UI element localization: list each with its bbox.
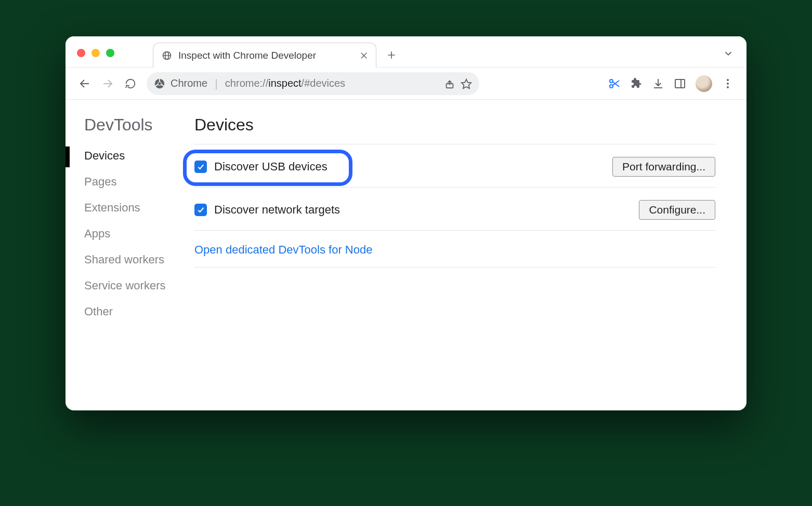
usb-checkbox-row: Discover USB devices [194,160,328,174]
port-forwarding-button[interactable]: Port forwarding... [612,157,715,177]
sidebar-nav: Devices Pages Extensions Apps Shared wor… [84,149,194,318]
configure-button[interactable]: Configure... [639,200,715,220]
minimize-window-button[interactable] [91,49,100,57]
omnibox-chip: Chrome [171,77,207,89]
sidebar-item-extensions[interactable]: Extensions [84,201,194,215]
new-tab-button[interactable] [384,47,399,63]
downloads-icon[interactable] [652,77,664,90]
node-link-section: Open dedicated DevTools for Node [194,230,715,268]
usb-checkbox-label: Discover USB devices [214,160,328,174]
close-window-button[interactable] [77,49,85,57]
tab-overflow-button[interactable] [723,48,734,59]
network-section: Discover network targets Configure... [194,187,715,230]
scissors-icon[interactable] [608,77,621,90]
open-node-devtools-link[interactable]: Open dedicated DevTools for Node [194,243,372,257]
sidebar: DevTools Devices Pages Extensions Apps S… [70,100,194,410]
sidebar-item-other[interactable]: Other [84,305,194,318]
browser-window: Inspect with Chrome Developer Chrome [66,36,746,410]
profile-avatar[interactable] [696,75,712,92]
tab-title: Inspect with Chrome Developer [178,50,353,61]
svg-marker-14 [462,79,471,88]
sidebar-title: DevTools [84,115,194,135]
omnibox-url: chrome://inspect/#devices [225,77,345,89]
usb-checkbox[interactable] [194,161,207,173]
maximize-window-button[interactable] [106,49,114,57]
network-checkbox-row: Discover network targets [194,203,340,217]
omnibox-separator: | [213,77,220,90]
share-icon[interactable] [444,78,455,89]
menu-button[interactable] [722,79,734,88]
back-button[interactable] [75,74,95,94]
url-host: inspect [268,77,301,89]
main-panel: Devices Discover USB devices Port forwar… [194,100,746,410]
side-panel-icon[interactable] [674,77,686,90]
sidebar-item-devices[interactable]: Devices [84,149,194,163]
page-heading: Devices [194,115,715,135]
sidebar-item-apps[interactable]: Apps [84,227,194,241]
reload-button[interactable] [121,74,140,94]
url-scheme: chrome:// [225,77,268,89]
toolbar: Chrome | chrome://inspect/#devices [66,68,746,100]
traffic-lights [77,49,114,57]
bookmark-icon[interactable] [461,78,472,89]
forward-button[interactable] [98,74,117,94]
globe-icon [162,50,172,61]
page-content: DevTools Devices Pages Extensions Apps S… [66,100,746,410]
svg-point-11 [158,82,161,85]
toolbar-right [608,75,737,92]
sidebar-item-service-workers[interactable]: Service workers [84,279,194,292]
address-bar[interactable]: Chrome | chrome://inspect/#devices [147,72,479,95]
chrome-icon [154,78,165,89]
active-indicator [66,147,70,167]
sidebar-item-shared-workers[interactable]: Shared workers [84,253,194,267]
browser-tab[interactable]: Inspect with Chrome Developer [153,43,376,68]
network-checkbox[interactable] [194,204,207,216]
titlebar: Inspect with Chrome Developer [66,36,746,68]
network-checkbox-label: Discover network targets [214,203,340,217]
close-tab-button[interactable] [359,51,369,60]
svg-rect-21 [675,79,685,88]
sidebar-item-pages[interactable]: Pages [84,175,194,189]
url-path: /#devices [302,77,346,89]
extensions-icon[interactable] [630,77,643,90]
usb-section: Discover USB devices Port forwarding... [194,144,715,187]
